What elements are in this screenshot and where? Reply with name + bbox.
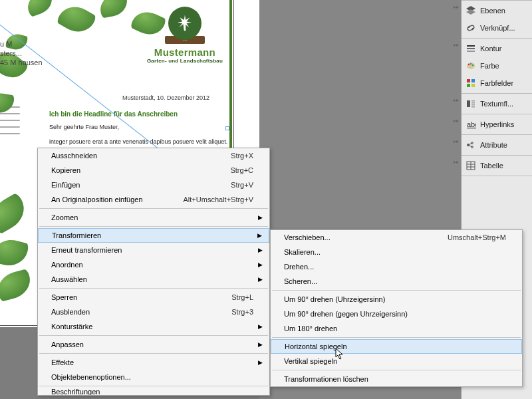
- submenu-arrow-icon: ▶: [258, 323, 263, 330]
- svg-rect-9: [471, 79, 475, 82]
- ctx-auswaehlen[interactable]: Auswählen▶: [38, 272, 269, 287]
- link-icon: [466, 23, 476, 33]
- svg-rect-3: [467, 51, 475, 52]
- svg-rect-16: [471, 106, 475, 108]
- logo-tagline: Garten- und Landschaftsbau: [147, 58, 223, 64]
- panel-tabelle[interactable]: ▸▸Tabelle: [462, 157, 532, 174]
- panel-farbfelder[interactable]: Farbfelder: [462, 74, 532, 92]
- separator: [39, 288, 268, 289]
- address-block: u M sters... 45 M hausen: [0, 40, 43, 68]
- leaf-graphic: [0, 192, 31, 235]
- sub-transformationen-loeschen[interactable]: Transformationen löschen: [271, 372, 522, 386]
- ctx-objektebenenoptionen[interactable]: Objektebenenoptionen...: [38, 370, 269, 384]
- document-salutation: Sehr geehrte Frau Muster,: [49, 124, 119, 130]
- separator: [272, 290, 521, 291]
- separator: [39, 353, 268, 354]
- sub-skalieren[interactable]: Skalieren...: [271, 245, 522, 259]
- submenu-arrow-icon: ▶: [258, 261, 263, 268]
- sub-scheren[interactable]: Scheren...: [271, 274, 522, 289]
- panel-textumfluss[interactable]: ▸▸Textumfl...: [462, 95, 532, 112]
- separator: [39, 226, 268, 227]
- leaf-graphic: [0, 269, 34, 302]
- ctx-transformieren[interactable]: Transformieren▶: [38, 228, 269, 243]
- svg-rect-1: [467, 45, 475, 47]
- sub-verschieben[interactable]: Verschieben...Umschalt+Strg+M: [271, 230, 522, 245]
- svg-rect-2: [467, 48, 475, 49]
- hyperlink-icon: abc: [466, 119, 476, 130]
- palette-icon: [466, 61, 476, 71]
- svg-rect-0: [184, 23, 186, 31]
- svg-rect-15: [471, 104, 475, 106]
- svg-rect-13: [471, 100, 475, 102]
- ctx-cut-off[interactable]: Beschriftungen: [38, 388, 269, 395]
- svg-text:abc: abc: [467, 120, 476, 128]
- panel-ebenen[interactable]: ▸▸Ebenen: [462, 2, 532, 19]
- selection-handle[interactable]: [225, 126, 229, 130]
- ctx-ausschneiden[interactable]: AusschneidenStrg+X: [38, 148, 269, 163]
- ctx-einfuegen[interactable]: EinfügenStrg+V: [38, 178, 269, 192]
- sub-horizontal-spiegeln[interactable]: Horizontal spiegeln: [271, 339, 522, 354]
- separator: [272, 337, 521, 338]
- context-menu-transformieren: Verschieben...Umschalt+Strg+M Skalieren.…: [270, 229, 523, 387]
- leaf-graphic: [24, 0, 56, 17]
- sub-drehen[interactable]: Drehen...: [271, 259, 522, 274]
- sub-vertikal-spiegeln[interactable]: Vertikal spiegeln: [271, 354, 522, 368]
- ctx-erneut-transformieren[interactable]: Erneut transformieren▶: [38, 243, 269, 257]
- submenu-arrow-icon: ▶: [258, 276, 263, 283]
- separator: [39, 208, 268, 209]
- ctx-sperren[interactable]: SperrenStrg+L: [38, 290, 269, 305]
- logo-area: ···· Mustermann Garten- und Landschaftsb…: [147, 7, 223, 64]
- ctx-effekte[interactable]: Effekte▶: [38, 355, 269, 370]
- document-date: Musterstadt, 10. Dezember 2012: [122, 94, 209, 101]
- ctx-anordnen[interactable]: Anordnen▶: [38, 257, 269, 272]
- svg-point-5: [468, 64, 470, 66]
- sub-90-gegen[interactable]: Um 90° drehen (gegen Uhrzeigersinn): [271, 307, 522, 321]
- svg-rect-10: [467, 84, 470, 87]
- panel-hyperlinks[interactable]: ▸▸abcHyperlinks: [462, 116, 532, 133]
- layers-icon: [466, 5, 476, 16]
- ctx-originalposition[interactable]: An Originalposition einfügenAlt+Umschalt…: [38, 192, 269, 207]
- swatches-icon: [466, 78, 476, 88]
- table-icon: [466, 160, 476, 171]
- sub-90-uhrzeigersinn[interactable]: Um 90° drehen (Uhrzeigersinn): [271, 292, 522, 307]
- ctx-kopieren[interactable]: KopierenStrg+C: [38, 163, 269, 178]
- leaf-graphic: [56, 0, 97, 39]
- separator: [39, 335, 268, 336]
- separator: [272, 370, 521, 370]
- submenu-arrow-icon: ▶: [257, 232, 262, 239]
- separator: [39, 386, 268, 386]
- stroke-icon: [466, 43, 476, 54]
- textwrap-icon: [466, 98, 476, 109]
- document-body: integer posuere erat a ante venenatis da…: [49, 138, 227, 145]
- logo-name: Mustermann: [147, 47, 223, 58]
- svg-point-6: [470, 63, 472, 65]
- leaf-graphic: [0, 235, 29, 270]
- svg-rect-8: [467, 79, 470, 82]
- panel-kontur[interactable]: ▸▸Kontur: [462, 40, 532, 57]
- svg-rect-14: [471, 102, 475, 104]
- svg-point-7: [472, 65, 474, 66]
- sub-180[interactable]: Um 180° drehen: [271, 321, 522, 336]
- ctx-ausblenden[interactable]: AusblendenStrg+3: [38, 305, 269, 319]
- attribute-icon: [466, 140, 476, 150]
- leaf-graphic: [98, 0, 130, 18]
- logo-circle: [168, 7, 201, 40]
- ctx-zoomen[interactable]: Zoomen▶: [38, 210, 269, 225]
- panel-attribute[interactable]: ▸▸Attribute: [462, 136, 532, 154]
- svg-rect-12: [467, 100, 470, 107]
- context-menu-main: AusschneidenStrg+X KopierenStrg+C Einfüg…: [37, 148, 270, 396]
- panel-verknuepfungen[interactable]: Verknüpf...: [462, 19, 532, 37]
- ctx-konturstaerke[interactable]: Konturstärke▶: [38, 319, 269, 334]
- panel-farbe[interactable]: Farbe: [462, 57, 532, 74]
- ctx-anpassen[interactable]: Anpassen▶: [38, 337, 269, 352]
- submenu-arrow-icon: ▶: [258, 359, 263, 366]
- svg-rect-11: [471, 84, 475, 87]
- submenu-arrow-icon: ▶: [258, 341, 263, 348]
- submenu-arrow-icon: ▶: [258, 247, 263, 253]
- submenu-arrow-icon: ▶: [258, 214, 263, 221]
